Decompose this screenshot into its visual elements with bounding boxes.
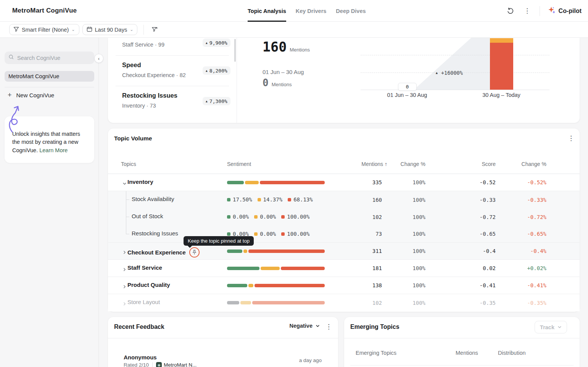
subtopic-name[interactable]: Out of Stock: [132, 213, 163, 219]
sentiment-neutral: [240, 301, 251, 304]
sentiment-bar: [227, 181, 325, 184]
mentions-value: 311: [336, 243, 382, 259]
date-range-label: Last 90 Days: [95, 27, 127, 33]
previous-period-range: 01 Jun – 30 Aug: [263, 69, 304, 75]
topic-name[interactable]: Staff Service: [127, 264, 162, 271]
previous-mentions: 0 Mentions: [263, 77, 292, 89]
divider: [108, 338, 338, 338]
table-row[interactable]: Restocking Issues 0.00% 0.00% 100.00% 73…: [108, 225, 580, 243]
smart-filter-label: Smart Filter (None): [22, 27, 69, 33]
legend-yellow-icon: [254, 215, 258, 219]
col-emerging-topics: Emerging Topics: [356, 350, 396, 356]
scrollbar-thumb[interactable]: [234, 39, 236, 62]
promo-card: Unlock insights that matters the most by…: [5, 116, 94, 163]
new-cognivue-button[interactable]: + New CogniVue: [8, 91, 54, 99]
chevron-down-icon: [557, 325, 562, 329]
main-content: Staff Service · 99 ▲ 9,900% Speed Checko…: [99, 38, 588, 367]
emerging-topics-card: Emerging Topics Track Emerging Topics Me…: [344, 317, 580, 367]
subtopic-name[interactable]: Restocking Issues: [132, 230, 178, 237]
topic-name[interactable]: Checkout Experience: [127, 247, 200, 258]
copilot-button[interactable]: Co-pilot: [548, 6, 582, 16]
mentions-value: 335: [336, 174, 382, 191]
track-dropdown-button[interactable]: Track: [535, 321, 567, 333]
sidebar-item-label: MetroMart CogniVue: [8, 73, 59, 79]
calendar-icon: [87, 26, 92, 33]
col-distribution: Distribution: [498, 350, 526, 356]
topic-name[interactable]: Inventory: [127, 179, 153, 185]
search-box[interactable]: [5, 52, 94, 64]
table-row[interactable]: Store Layout 102 100% -0.35 -0.35%: [108, 294, 580, 311]
change-value: 100%: [380, 243, 425, 259]
score-change-value: -0.4%: [501, 243, 546, 259]
sparkle-icon: [548, 6, 556, 16]
table-row[interactable]: Out of Stock 0.00% 0.00% 100.00% 102 100…: [108, 208, 580, 225]
col-topics[interactable]: Topics: [121, 161, 136, 167]
divider: [116, 55, 229, 56]
sentiment-negative: [255, 284, 325, 287]
chevron-right-icon[interactable]: [122, 301, 127, 307]
subtopic-name[interactable]: Stock Availability: [132, 196, 174, 202]
change-value: 100%: [380, 260, 425, 277]
chevron-right-icon[interactable]: [122, 266, 127, 273]
card-title: Recent Feedback: [114, 324, 164, 330]
tree-tick: [126, 200, 129, 200]
spike-item-title[interactable]: Restocking Issues: [122, 92, 177, 99]
date-range-dropdown[interactable]: Last 90 Days ⌄: [82, 24, 138, 35]
legend-green-icon: [227, 198, 230, 201]
search-input[interactable]: [17, 55, 86, 61]
legend-red-icon: [281, 215, 285, 219]
tab-topic-analysis[interactable]: Topic Analysis: [248, 0, 286, 22]
divider: [540, 6, 540, 16]
gridline: [361, 55, 549, 55]
spike-item-title[interactable]: Speed: [122, 61, 141, 69]
table-row[interactable]: Staff Service 181 100% 0.02 +0.02%: [108, 260, 580, 277]
mentions-value: 73: [336, 225, 382, 242]
card-menu-icon[interactable]: ⋮: [325, 324, 332, 330]
filter-icon: [13, 26, 19, 33]
spike-change-badge: ▲ 7,300%: [203, 97, 230, 105]
sentiment-negative: [260, 181, 325, 184]
zero-value-box: 0: [398, 83, 417, 91]
smart-filter-dropdown[interactable]: Smart Filter (None) ⌄: [9, 24, 79, 35]
sidebar-collapse-button[interactable]: ‹: [94, 54, 103, 63]
topic-name[interactable]: Store Layout: [127, 299, 160, 305]
change-annotation: ▲ +16000%: [435, 70, 463, 76]
chevron-down-icon[interactable]: [122, 180, 127, 187]
sidebar-item-metromart[interactable]: MetroMart CogniVue: [5, 71, 94, 82]
feedback-filter-dropdown[interactable]: Negative: [290, 323, 320, 329]
divider: [5, 87, 94, 87]
refresh-icon[interactable]: [506, 6, 515, 16]
add-filter-icon[interactable]: [150, 25, 159, 34]
topic-name[interactable]: Product Quality: [127, 282, 170, 288]
table-row[interactable]: Checkout Experience 311 100% -0.4 -0.4%: [108, 243, 580, 260]
table-row[interactable]: Inventory 335 100% -0.52 -0.52%: [108, 174, 580, 191]
col-score-change[interactable]: Change %: [501, 161, 546, 167]
tree-tick: [126, 217, 129, 217]
current-mentions: 160 Mentions: [263, 39, 310, 55]
table-row[interactable]: Stock Availability 17.50% 14.37% 68.13% …: [108, 191, 580, 208]
table-row[interactable]: Product Quality 138 100% -0.41 -0.41%: [108, 277, 580, 294]
col-sentiment[interactable]: Sentiment: [227, 161, 251, 167]
learn-more-link[interactable]: Learn More: [39, 147, 68, 153]
mentions-value: 160: [336, 191, 382, 208]
feedback-timestamp: a day ago: [299, 357, 322, 363]
mentions-bar[interactable]: [490, 38, 513, 90]
chevron-right-icon[interactable]: [122, 249, 127, 256]
col-score[interactable]: Score: [450, 161, 496, 167]
trending-topics-card: Staff Service · 99 ▲ 9,900% Speed Checko…: [108, 38, 580, 123]
tab-deep-dives[interactable]: Deep Dives: [336, 0, 366, 22]
overflow-menu-icon[interactable]: ⋮: [523, 6, 532, 16]
sentiment-positive: [227, 249, 242, 253]
pin-topic-button[interactable]: [189, 247, 200, 258]
sentiment-negative: [281, 267, 325, 270]
divider: [350, 365, 574, 365]
arrow-up-icon: ▲: [206, 41, 208, 45]
table-header: Topics Sentiment Mentions ↑ Change % Sco…: [108, 150, 580, 174]
col-change[interactable]: Change %: [380, 161, 425, 167]
legend-yellow-icon: [254, 232, 258, 236]
tab-key-drivers[interactable]: Key Drivers: [296, 0, 327, 22]
sidebar: MetroMart CogniVue + New CogniVue Unlock…: [0, 38, 99, 367]
spike-item-subtitle: Staff Service · 99: [122, 42, 164, 48]
card-menu-icon[interactable]: ⋮: [568, 135, 574, 142]
chevron-right-icon[interactable]: [122, 283, 127, 290]
